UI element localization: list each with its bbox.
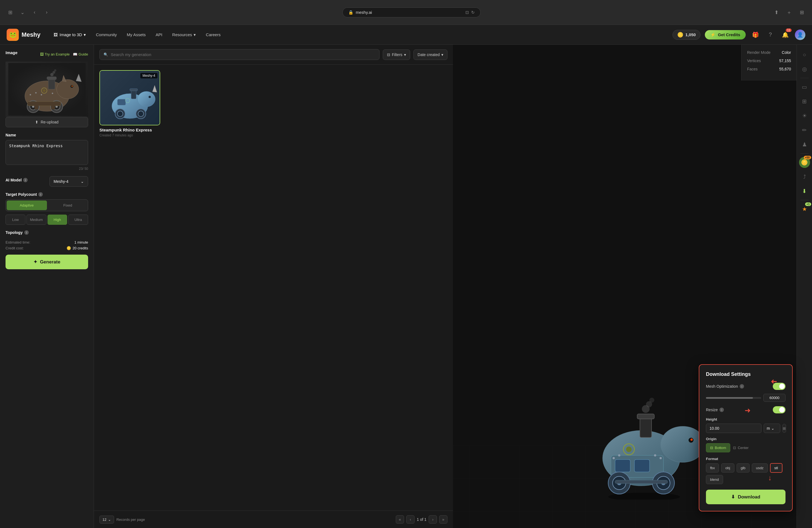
paint-btn[interactable]: ✏: [799, 124, 810, 136]
gallery-grid: Meshy-4 Steampunk Rhino Express Created …: [94, 64, 453, 511]
share-btn[interactable]: ⬆: [772, 8, 781, 17]
share-tool-btn[interactable]: ⤴: [799, 171, 810, 182]
page-size-select[interactable]: 12 ⌄: [99, 516, 114, 524]
unit-select[interactable]: m ⌄: [764, 424, 780, 433]
optimization-value-input[interactable]: [764, 394, 785, 402]
height-input[interactable]: [706, 424, 762, 433]
quality-high-btn[interactable]: High: [47, 215, 68, 225]
forward-btn[interactable]: ›: [42, 8, 52, 17]
format-fbx-btn[interactable]: fbx: [706, 464, 719, 472]
nav-item-careers[interactable]: Careers: [201, 30, 225, 39]
search-input[interactable]: [111, 52, 375, 57]
first-page-btn[interactable]: «: [396, 515, 404, 524]
format-blend-btn[interactable]: blend: [706, 475, 723, 484]
next-page-btn[interactable]: ›: [429, 515, 437, 524]
arrow-resize: ➜: [744, 406, 751, 415]
filters-label: Filters: [392, 53, 402, 57]
quality-low-btn[interactable]: Low: [5, 215, 25, 225]
unit-value: m: [767, 426, 770, 430]
date-sort-btn[interactable]: Date created ▾: [414, 49, 447, 60]
nav-item-resources[interactable]: Resources ▾: [168, 30, 201, 40]
origin-center-btn[interactable]: ⊡ Center: [733, 446, 749, 450]
book-icon: 📖: [73, 52, 77, 56]
refresh-icon[interactable]: ↻: [471, 10, 475, 15]
orbit-btn[interactable]: ○: [799, 49, 810, 60]
try-example-link[interactable]: 🖼 Try an Example: [40, 52, 70, 56]
adaptive-btn[interactable]: Adaptive: [6, 201, 47, 210]
topology-info-icon[interactable]: i: [24, 230, 29, 235]
zoom-btn[interactable]: ◎: [799, 63, 810, 75]
back-btn[interactable]: ‹: [30, 8, 39, 17]
format-stl-btn[interactable]: stl: [770, 463, 782, 473]
help-btn[interactable]: ?: [765, 30, 775, 40]
gallery-item[interactable]: Meshy-4 Steampunk Rhino Express Created …: [99, 70, 160, 137]
ai-model-label: AI Model i: [5, 178, 28, 182]
download-tool-btn[interactable]: ⬇: [799, 186, 810, 196]
run-btn[interactable]: ♟: [799, 139, 810, 150]
slider-track: [706, 394, 785, 402]
ai-model-info-icon[interactable]: i: [23, 178, 28, 182]
get-credits-btn[interactable]: ⚡ Get Credits: [705, 30, 746, 40]
uploaded-image: [5, 62, 88, 117]
download-btn[interactable]: ⬇ Download: [706, 489, 785, 504]
generate-btn[interactable]: ✦ Generate: [5, 254, 88, 269]
svg-point-45: [691, 439, 693, 441]
quality-medium-btn[interactable]: Medium: [27, 215, 46, 225]
format-obj-btn[interactable]: obj: [721, 464, 734, 472]
prev-page-btn[interactable]: ‹: [406, 515, 415, 524]
mesh-opt-info-icon[interactable]: i: [740, 384, 744, 388]
quality-options: Low Medium High Ultra: [5, 215, 88, 225]
logo-text[interactable]: Meshy: [21, 31, 40, 39]
height-input-row: m ⌄ ⊞: [706, 424, 785, 433]
svg-point-11: [54, 69, 56, 72]
nav-item-my-assets[interactable]: My Assets: [122, 30, 150, 39]
gallery-item-date: Created 7 minutes ago: [99, 133, 160, 137]
nav-item-community[interactable]: Community: [91, 30, 121, 39]
nav-item-api[interactable]: API: [151, 30, 166, 39]
gallery-model-svg: [102, 73, 157, 122]
gift-btn[interactable]: 🎁: [750, 30, 760, 40]
sidebar-toggle-btn[interactable]: ⊞: [5, 8, 15, 17]
ai-model-select[interactable]: Meshy-4 ⌄: [49, 176, 88, 187]
right-info-panel: Render Mode Color Vertices 57,155 Faces …: [741, 45, 797, 80]
svg-rect-37: [117, 99, 126, 105]
resize-info-icon[interactable]: i: [720, 408, 724, 412]
faces-value: 55,670: [779, 67, 791, 71]
nav-item-image-to-3d[interactable]: 🖼 Image to 3D ▾: [49, 30, 90, 40]
name-input[interactable]: Steampunk Rhino Express: [5, 140, 88, 165]
format-usdz-btn[interactable]: usdz: [752, 464, 768, 472]
sparkle-icon: ✦: [33, 259, 37, 265]
guide-link[interactable]: 📖 Guide: [73, 52, 88, 56]
est-time-label: Estimated time:: [5, 240, 46, 245]
svg-point-50: [649, 398, 654, 402]
fixed-btn[interactable]: Fixed: [48, 200, 88, 211]
last-page-btn[interactable]: »: [439, 515, 447, 524]
app-header: 🐸 Meshy 🖼 Image to 3D ▾ Community My Ass…: [0, 25, 812, 45]
filters-btn[interactable]: ⊟ Filters ▾: [383, 49, 410, 60]
svg-point-23: [41, 94, 42, 96]
slider-bar[interactable]: [706, 397, 761, 399]
sun-btn[interactable]: ☀: [799, 110, 810, 121]
browser-dropdown-btn[interactable]: ⌄: [18, 8, 27, 17]
svg-point-65: [659, 457, 662, 459]
expand-btn[interactable]: ⊞: [782, 424, 786, 433]
format-label: Format: [706, 457, 785, 461]
try-example-label: Try an Example: [45, 52, 70, 56]
url-bar[interactable]: 🔒 meshy.ai ⊡ ↻: [343, 8, 481, 17]
name-label: Name: [5, 133, 88, 137]
monitor-btn[interactable]: ▭: [799, 82, 810, 92]
format-row: fbx obj glb usdz stl blend: [706, 463, 785, 484]
tabs-btn[interactable]: ⊞: [797, 8, 807, 17]
avatar[interactable]: 👤: [795, 30, 806, 40]
grid-btn[interactable]: ⊞: [799, 96, 810, 107]
new-tab-btn[interactable]: ＋: [784, 8, 794, 17]
re-upload-btn[interactable]: ⬆ Re-upload: [5, 117, 88, 127]
svg-rect-8: [47, 77, 56, 79]
quality-ultra-btn[interactable]: Ultra: [68, 215, 88, 225]
resize-toggle[interactable]: [773, 406, 785, 413]
svg-point-2: [57, 79, 79, 99]
logo-emoji: 🐸: [9, 31, 17, 39]
origin-bottom-btn[interactable]: ⊟ Bottom: [706, 443, 730, 452]
format-glb-btn[interactable]: glb: [737, 464, 750, 472]
polycount-info-icon[interactable]: i: [39, 192, 43, 196]
